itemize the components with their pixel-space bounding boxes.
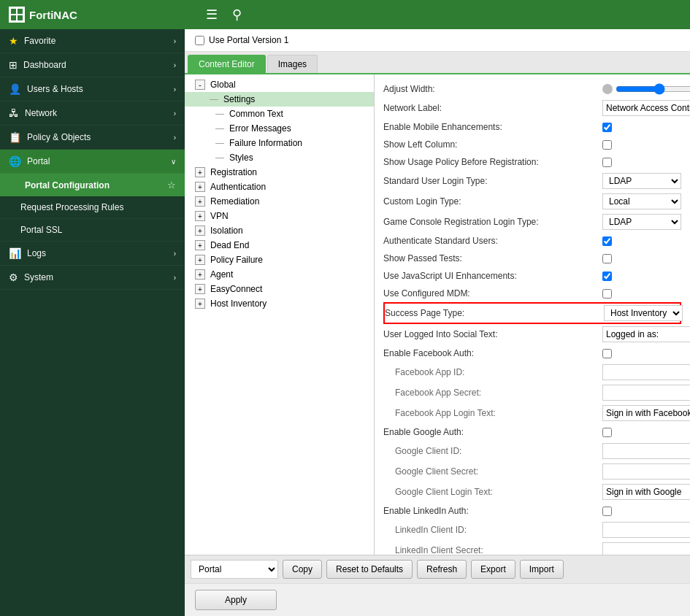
tab-bar: Content Editor Images — [185, 52, 690, 74]
success-page-type-select[interactable]: Host Inventory Default Custom — [604, 305, 683, 321]
tree-item-styles[interactable]: — Styles — [185, 150, 374, 165]
sidebar-label-dashboard: Dashboard — [23, 60, 168, 70]
tree-item-host-inventory[interactable]: + Host Inventory — [185, 296, 374, 311]
portal-select[interactable]: Portal — [191, 560, 278, 579]
google-client-secret-input[interactable] — [602, 463, 690, 480]
refresh-button[interactable]: Refresh — [417, 560, 467, 579]
form-row-linkedin-client-id: LinkedIn Client ID: — [383, 520, 681, 540]
export-button[interactable]: Export — [471, 560, 515, 579]
tree-expand-registration[interactable]: + — [195, 167, 205, 177]
tree-expand-isolation[interactable]: + — [195, 226, 205, 236]
authenticate-standard-checkbox[interactable] — [602, 236, 612, 246]
tree-item-failure-information[interactable]: — Failure Information — [185, 136, 374, 150]
chevron-icon-portal: ∨ — [171, 158, 176, 166]
apply-button[interactable]: Apply — [195, 590, 277, 610]
tree-item-remediation[interactable]: + Remediation — [185, 194, 374, 209]
tree-item-policy-failure[interactable]: + Policy Failure — [185, 253, 374, 267]
tree-expand-vpn[interactable]: + — [195, 211, 205, 221]
sidebar-item-portal-configuration[interactable]: Portal Configuration ☆ — [0, 174, 185, 196]
user-logged-into-social-input[interactable] — [602, 326, 690, 342]
bottom-toolbar: Portal Copy Reset to Defaults Refresh Ex… — [185, 555, 690, 583]
enable-facebook-auth-checkbox[interactable] — [602, 349, 612, 358]
linkedin-client-id-input[interactable] — [602, 522, 690, 538]
use-javascript-checkbox[interactable] — [602, 272, 612, 281]
copy-button[interactable]: Copy — [283, 560, 322, 579]
sidebar-item-portal[interactable]: 🌐 Portal ∨ — [0, 150, 185, 174]
tree-expand-remediation[interactable]: + — [195, 196, 205, 207]
tree-item-easyconnect[interactable]: + EasyConnect — [185, 282, 374, 296]
enable-mobile-label: Enable Mobile Enhancements: — [383, 122, 602, 132]
form-row-show-left-column: Show Left Column: — [383, 136, 681, 153]
app-logo: FortiNAC — [9, 7, 77, 23]
linkedin-client-secret-input[interactable] — [602, 542, 690, 555]
tree-item-settings[interactable]: — Settings — [185, 92, 374, 107]
enable-linkedin-auth-checkbox[interactable] — [602, 507, 612, 516]
show-left-column-label: Show Left Column: — [383, 139, 602, 150]
tree-label-agent: Agent — [210, 269, 233, 280]
tree-line-settings: — — [210, 94, 218, 104]
chevron-icon-policy-objects: › — [174, 134, 176, 142]
tree-item-agent[interactable]: + Agent — [185, 267, 374, 282]
tree-item-registration[interactable]: + Registration — [185, 165, 374, 180]
tree-label-isolation: Isolation — [210, 226, 243, 236]
facebook-app-login-text-input[interactable] — [602, 405, 690, 421]
tab-images[interactable]: Images — [267, 55, 318, 73]
main-header: Use Portal Version 1 — [185, 29, 690, 52]
sidebar-item-request-processing[interactable]: Request Processing Rules — [0, 196, 185, 219]
form-row-adjust-width: Adjust Width: — [383, 80, 681, 98]
show-passed-tests-label: Show Passed Tests: — [383, 253, 602, 263]
tree-line-failure-information: — — [215, 138, 224, 148]
sidebar-item-network[interactable]: 🖧 Network › — [0, 101, 185, 126]
sidebar-item-system[interactable]: ⚙ System › — [0, 266, 185, 290]
tree-expand-global[interactable]: - — [195, 80, 205, 90]
form-row-google-client-login-text: Google Client Login Text: — [383, 482, 681, 502]
show-usage-policy-checkbox[interactable] — [602, 158, 612, 167]
tree-expand-policy-failure[interactable]: + — [195, 255, 205, 265]
custom-login-select[interactable]: Local LDAP RADIUS — [602, 193, 681, 209]
google-client-id-input[interactable] — [602, 443, 690, 459]
menu-icon[interactable]: ☰ — [206, 7, 218, 23]
facebook-app-secret-label: Facebook App Secret: — [383, 388, 602, 398]
tree-expand-agent[interactable]: + — [195, 269, 205, 280]
import-button[interactable]: Import — [520, 560, 564, 579]
use-configured-mdm-checkbox[interactable] — [602, 289, 612, 299]
tree-item-isolation[interactable]: + Isolation — [185, 223, 374, 238]
tree-expand-easyconnect[interactable]: + — [195, 284, 205, 294]
sidebar-item-portal-ssl[interactable]: Portal SSL — [0, 219, 185, 242]
tree-item-authentication[interactable]: + Authentication — [185, 180, 374, 194]
reset-to-defaults-button[interactable]: Reset to Defaults — [326, 560, 413, 579]
tree-line-common-text: — — [215, 109, 224, 119]
show-passed-tests-checkbox[interactable] — [602, 254, 612, 263]
standard-user-login-select[interactable]: LDAP Local RADIUS — [602, 173, 681, 189]
facebook-app-secret-input[interactable] — [602, 385, 690, 401]
facebook-app-id-input[interactable] — [602, 364, 690, 380]
sidebar-label-favorite: Favorite — [24, 36, 168, 46]
game-console-login-select[interactable]: LDAP Local RADIUS — [602, 214, 681, 230]
search-icon[interactable]: ⚲ — [232, 7, 242, 23]
tree-expand-host-inventory[interactable]: + — [195, 299, 205, 309]
sidebar-item-policy-objects[interactable]: 📋 Policy & Objects › — [0, 126, 185, 150]
adjust-width-slider[interactable] — [616, 84, 690, 94]
tree-item-global[interactable]: - Global — [185, 77, 374, 92]
sidebar-item-dashboard[interactable]: ⊞ Dashboard › — [0, 53, 185, 77]
tree-label-global: Global — [210, 80, 236, 90]
enable-mobile-checkbox[interactable] — [602, 123, 612, 132]
tree-expand-dead-end[interactable]: + — [195, 240, 205, 250]
tree-item-dead-end[interactable]: + Dead End — [185, 238, 374, 253]
tree-expand-authentication[interactable]: + — [195, 182, 205, 192]
show-left-column-checkbox[interactable] — [602, 140, 612, 150]
tree-item-vpn[interactable]: + VPN — [185, 209, 374, 223]
sidebar-item-favorite[interactable]: ★ Favorite › — [0, 29, 185, 53]
tab-content-editor[interactable]: Content Editor — [188, 55, 266, 73]
tree-label-dead-end: Dead End — [210, 240, 249, 250]
tree-item-error-messages[interactable]: — Error Messages — [185, 121, 374, 136]
form-row-show-usage-policy: Show Usage Policy Before Registration: — [383, 153, 681, 171]
tree-item-common-text[interactable]: — Common Text — [185, 107, 374, 121]
sidebar-item-logs[interactable]: 📊 Logs › — [0, 242, 185, 266]
form-row-authenticate-standard: Authenticate Standard Users: — [383, 232, 681, 250]
sidebar-item-users-hosts[interactable]: 👤 Users & Hosts › — [0, 77, 185, 101]
use-portal-version-checkbox[interactable] — [195, 36, 204, 45]
enable-google-auth-checkbox[interactable] — [602, 428, 612, 437]
network-label-input[interactable] — [602, 100, 690, 116]
google-client-login-text-input[interactable] — [602, 484, 690, 500]
